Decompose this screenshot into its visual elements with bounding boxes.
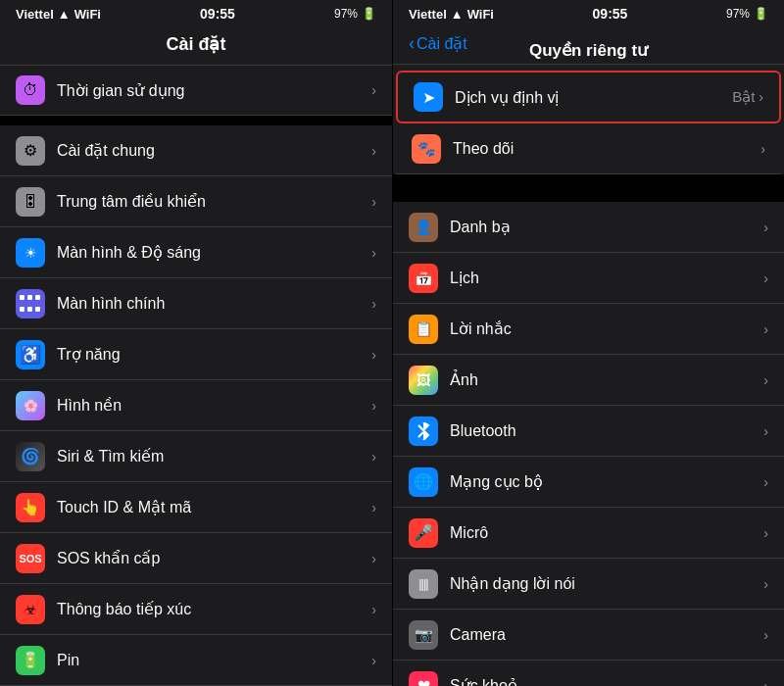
trung-tam-icon: 🎛 — [16, 187, 45, 217]
back-button[interactable]: ‹ Cài đặt — [409, 33, 467, 54]
list-item-siri[interactable]: 🌀 Siri & Tìm kiếm › — [0, 431, 392, 482]
siri-icon: 🌀 — [16, 442, 45, 471]
bluetooth-label: Bluetooth — [450, 422, 763, 440]
wifi-icon: WiFi — [74, 7, 101, 22]
suc-khoe-icon: ❤ — [409, 671, 438, 687]
chevron-icon: › — [763, 220, 768, 235]
chevron-icon: › — [763, 525, 768, 541]
right-carrier: Viettel ▲ WiFi — [409, 7, 494, 22]
list-item-man-hinh-chinh[interactable]: Màn hình chính › — [0, 278, 392, 329]
thoi-gian-label: Thời gian sử dụng — [57, 81, 371, 100]
list-item-danh-ba[interactable]: 👤 Danh bạ › — [393, 202, 784, 253]
list-item-dich-vu-dinh-vi[interactable]: ➤ Dịch vụ định vị Bật › — [396, 71, 781, 123]
list-item-sos[interactable]: SOS SOS khẩn cấp › — [0, 533, 392, 584]
cai-dat-chung-label: Cài đặt chung — [57, 141, 371, 160]
chevron-icon: › — [763, 576, 768, 592]
danh-ba-right: › — [763, 220, 768, 235]
mang-icon: 🌐 — [409, 467, 438, 497]
svg-line-0 — [418, 425, 423, 430]
anh-right: › — [763, 372, 768, 388]
bluetooth-right: › — [763, 423, 768, 439]
sos-right: › — [371, 551, 376, 566]
dich-vu-right: Bật › — [732, 88, 763, 106]
list-item-lich[interactable]: 📅 Lịch › — [393, 253, 784, 304]
battery-icon: 🔋 — [754, 7, 768, 21]
suc-khoe-right: › — [763, 678, 768, 687]
danh-ba-icon: 👤 — [409, 213, 438, 242]
man-hinh-icon: ☀ — [16, 238, 45, 268]
list-item-thong-bao[interactable]: ☣ Thông báo tiếp xúc › — [0, 584, 392, 635]
chevron-icon: › — [371, 500, 376, 515]
list-item-hinh-nen[interactable]: 🌸 Hình nền › — [0, 380, 392, 431]
list-item-theo-doi[interactable]: 🐾 Theo dõi › — [396, 123, 781, 174]
siri-right: › — [371, 449, 376, 465]
man-hinh-label: Màn hình & Độ sáng — [57, 243, 371, 262]
left-settings-list[interactable]: ⏱ Thời gian sử dụng › ⚙ Cài đặt chung › … — [0, 66, 392, 686]
chevron-icon: › — [371, 347, 376, 363]
dich-vu-value: Bật — [732, 88, 755, 106]
dich-vu-icon: ➤ — [414, 82, 443, 112]
pin-right: › — [371, 653, 376, 668]
list-item-suc-khoe[interactable]: ❤ Sức khoẻ › — [393, 661, 784, 686]
right-settings-list[interactable]: ➤ Dịch vụ định vị Bật › 🐾 Theo dõi › 👤 D… — [393, 65, 784, 686]
suc-khoe-label: Sức khoẻ — [450, 676, 763, 686]
micro-right: › — [763, 525, 768, 541]
lich-right: › — [763, 270, 768, 286]
list-item-bluetooth[interactable]: Bluetooth › — [393, 406, 784, 457]
list-item-pin[interactable]: 🔋 Pin › — [0, 635, 392, 686]
thong-bao-right: › — [371, 602, 376, 617]
pin-icon: 🔋 — [16, 646, 45, 675]
chevron-icon: › — [371, 296, 376, 312]
chevron-icon: › — [763, 678, 768, 687]
cai-dat-chung-icon: ⚙ — [16, 136, 45, 166]
theo-doi-icon: 🐾 — [412, 134, 441, 164]
signal-icon: ▲ — [58, 7, 71, 22]
list-item-nhan-dang[interactable]: |||| Nhận dạng lời nói › — [393, 559, 784, 610]
nhan-dang-label: Nhận dạng lời nói — [450, 574, 763, 593]
lich-icon: 📅 — [409, 264, 438, 293]
list-item-trung-tam[interactable]: 🎛 Trung tâm điều khiển › — [0, 176, 392, 227]
camera-icon: 📷 — [409, 620, 438, 650]
left-nav-header: Cài đặt — [0, 25, 392, 66]
list-item-camera[interactable]: 📷 Camera › — [393, 610, 784, 661]
lich-label: Lịch — [450, 269, 763, 287]
right-phone-panel: Viettel ▲ WiFi 09:55 97% 🔋 ‹ Cài đặt Quy… — [392, 0, 784, 686]
sos-icon: SOS — [16, 544, 45, 573]
chevron-icon: › — [763, 474, 768, 490]
list-item-micro[interactable]: 🎤 Micrô › — [393, 508, 784, 559]
mang-label: Mạng cục bộ — [450, 472, 763, 491]
man-hinh-chinh-right: › — [371, 296, 376, 312]
right-nav-header: ‹ Cài đặt Quyền riêng tư — [393, 25, 784, 65]
list-item-tro-nang[interactable]: ♿ Trợ năng › — [0, 329, 392, 380]
chevron-icon: › — [371, 398, 376, 414]
list-item-thoi-gian[interactable]: ⏱ Thời gian sử dụng › — [0, 66, 392, 116]
theo-doi-right: › — [760, 141, 765, 157]
hinh-nen-right: › — [371, 398, 376, 414]
thoi-gian-icon: ⏱ — [16, 75, 45, 105]
chevron-icon: › — [371, 653, 376, 668]
right-status-bar: Viettel ▲ WiFi 09:55 97% 🔋 — [393, 0, 784, 25]
svg-line-1 — [418, 432, 423, 437]
chevron-icon: › — [371, 551, 376, 566]
left-carrier: Viettel ▲ WiFi — [16, 7, 101, 22]
list-item-anh[interactable]: 🖼 Ảnh › — [393, 355, 784, 406]
right-page-title: Quyền riêng tư — [529, 40, 648, 61]
signal-icon: ▲ — [451, 7, 464, 22]
dich-vu-label: Dịch vụ định vị — [455, 88, 732, 107]
wifi-icon: WiFi — [467, 7, 494, 22]
tro-nang-label: Trợ năng — [57, 345, 371, 364]
tro-nang-right: › — [371, 347, 376, 363]
list-item-loi-nhac[interactable]: 📋 Lời nhắc › — [393, 304, 784, 355]
list-item-mang-cuc-bo[interactable]: 🌐 Mạng cục bộ › — [393, 457, 784, 508]
left-phone-panel: Viettel ▲ WiFi 09:55 97% 🔋 Cài đặt ⏱ Thờ… — [0, 0, 392, 686]
hinh-nen-icon: 🌸 — [16, 391, 45, 420]
bluetooth-icon — [409, 416, 438, 446]
micro-label: Micrô — [450, 524, 763, 542]
list-item-cai-dat-chung[interactable]: ⚙ Cài đặt chung › — [0, 125, 392, 176]
list-item-touch-id[interactable]: 👆 Touch ID & Mật mã › — [0, 482, 392, 533]
trung-tam-right: › — [371, 194, 376, 210]
list-item-man-hinh-do-sang[interactable]: ☀ Màn hình & Độ sáng › — [0, 227, 392, 278]
chevron-icon: › — [371, 245, 376, 261]
sos-label: SOS khẩn cấp — [57, 549, 371, 567]
left-battery: 97% 🔋 — [334, 7, 376, 21]
